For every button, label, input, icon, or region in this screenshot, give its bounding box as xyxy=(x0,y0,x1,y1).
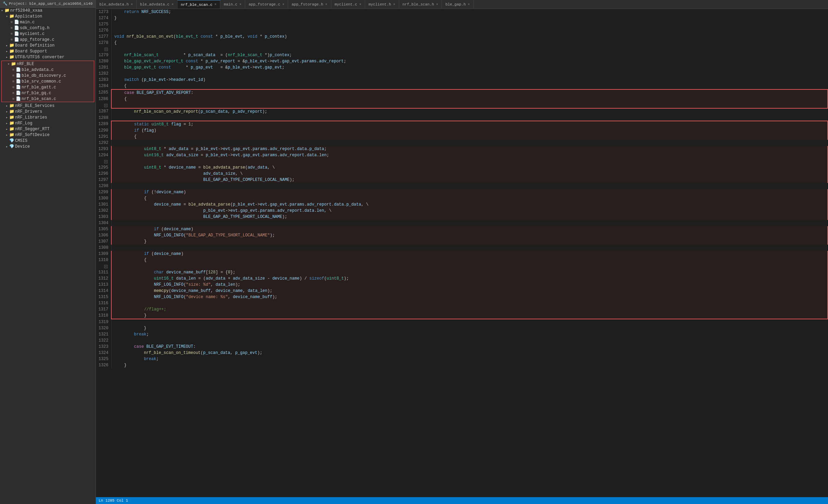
line-number: 1318 xyxy=(96,312,111,319)
line-content xyxy=(111,245,828,251)
sidebar-item-nrf_log[interactable]: ▸📁nRF_Log xyxy=(0,120,96,126)
sidebar-item-label: nRF_BLE xyxy=(17,62,34,66)
sidebar-item-root[interactable]: ▾📁nrf52840_xxaa xyxy=(0,8,96,13)
line-number: 1313 xyxy=(96,282,111,288)
sidebar-item-label: nRF_Drivers xyxy=(15,109,42,114)
line-content: } xyxy=(111,15,828,21)
table-row: 1299 if (!device_name) xyxy=(96,189,828,195)
sidebar-item-nrf_libraries[interactable]: ▸📁nRF_Libraries xyxy=(0,114,96,120)
tab-myclient_c[interactable]: myclient.c× xyxy=(331,0,365,9)
file-icon: 📄 xyxy=(15,73,21,78)
sidebar-item-utf8_converter[interactable]: ▸📁UTF8/UTF16 converter xyxy=(0,54,96,60)
line-number: 1311 xyxy=(96,269,111,275)
line-number: 1283 xyxy=(96,77,111,83)
sidebar-item-label: CMSIS xyxy=(15,138,27,143)
sidebar-item-ble_advdata_c[interactable]: ⊞📄ble_advdata.c xyxy=(2,67,94,73)
tab-close-button[interactable]: × xyxy=(172,3,174,7)
sidebar-item-nrf_drivers[interactable]: ▸📁nRF_Drivers xyxy=(0,109,96,114)
fold-icon[interactable]: - xyxy=(104,265,108,268)
tab-nrf_ble_scan_c[interactable]: nrf_ble_scan.c× xyxy=(177,0,220,9)
line-number: 1304 xyxy=(96,220,111,226)
sidebar-item-label: main.c xyxy=(20,20,35,25)
sidebar-item-label: nrf52840_xxaa xyxy=(10,8,42,13)
file-icon: 📄 xyxy=(15,90,21,96)
sidebar-item-label: nrf_ble_gq.c xyxy=(22,91,51,96)
tab-close-button[interactable]: × xyxy=(214,3,217,7)
tab-close-button[interactable]: × xyxy=(393,3,395,7)
sidebar-item-application[interactable]: ▾📁Application xyxy=(0,13,96,19)
file-icon: 📄 xyxy=(15,67,21,72)
sidebar-item-nrf_ble_services[interactable]: ▸📁nRF_BLE_Services xyxy=(0,103,96,109)
status-bar: Ln 1285 Col 1 xyxy=(96,497,828,504)
expand-icon: ⊞ xyxy=(11,74,15,77)
tab-nrf_ble_scan_h[interactable]: nrf_ble_scan.h× xyxy=(399,0,442,9)
tab-app_fstorage_c[interactable]: app_fstorage.c× xyxy=(245,0,288,9)
line-content: case BLE_GAP_EVT_ADV_REPORT: xyxy=(111,89,828,96)
status-text: Ln 1285 Col 1 xyxy=(99,499,128,503)
table-row: 1321 break; xyxy=(96,331,828,337)
sidebar-item-main_c[interactable]: ⊞📄main.c xyxy=(0,19,96,25)
line-number: 1275 xyxy=(96,21,111,27)
line-content: BLE_GAP_AD_TYPE_COMPLETE_LOCAL_NAME); xyxy=(111,177,828,183)
line-content: { xyxy=(111,83,828,89)
table-row: 1275 xyxy=(96,21,828,27)
tab-main_c[interactable]: main.c× xyxy=(220,0,245,9)
line-content: uint8_t * device_name = ble_advdata_pars… xyxy=(111,164,828,171)
line-content: return NRF_SUCCESS; xyxy=(111,9,828,15)
table-row: 1313 NRF_LOG_INFO("size: %d", data_len); xyxy=(96,282,828,288)
tab-close-button[interactable]: × xyxy=(359,3,361,7)
tab-myclient_h[interactable]: myclient.h× xyxy=(365,0,399,9)
tab-ble_advdata_h[interactable]: ble_advdata.h× xyxy=(96,0,137,9)
sidebar-item-ble_db_discovery_c[interactable]: ⊞📄ble_db_discovery.c xyxy=(2,73,94,78)
tab-close-button[interactable]: × xyxy=(325,3,328,7)
tree-arrow: ▸ xyxy=(5,110,9,114)
tab-close-button[interactable]: × xyxy=(282,3,284,7)
table-row: 1285 case BLE_GAP_EVT_ADV_REPORT: xyxy=(96,89,828,96)
fold-icon[interactable]: - xyxy=(104,160,108,163)
sidebar-item-nrf_ble_scan_c[interactable]: ⊞📄nrf_ble_scan.c xyxy=(2,96,94,102)
table-row: 1318 } xyxy=(96,312,828,319)
sidebar-item-nrf_ble_gq_c[interactable]: ⊞📄nrf_ble_gq.c xyxy=(2,90,94,96)
sidebar-item-device[interactable]: ▸💎Device xyxy=(0,144,96,149)
tab-close-button[interactable]: × xyxy=(436,3,438,7)
expand-icon: ⊞ xyxy=(11,97,15,101)
sidebar-item-nrf-ble[interactable]: ▾📁nRF_BLE xyxy=(2,61,94,67)
line-content: if (!device_name) xyxy=(111,189,828,195)
line-number: 1285 xyxy=(96,89,111,96)
tab-label: app_fstorage.c xyxy=(249,2,280,7)
expand-icon: ⊞ xyxy=(11,85,15,89)
sidebar-item-nrf_ble_gatt_c[interactable]: ⊞📄nrf_ble_gatt.c xyxy=(2,84,94,90)
sidebar-item-myclient[interactable]: ⊞📄myclient.c xyxy=(0,31,96,37)
sidebar-item-board_support[interactable]: ▸📁Board Support xyxy=(0,48,96,54)
tab-ble_advdata_c[interactable]: ble_advdata.c× xyxy=(137,0,177,9)
sidebar-item-ble_srv_common_c[interactable]: ⊞📄ble_srv_common.c xyxy=(2,78,94,84)
file-icon: 📄 xyxy=(15,79,21,84)
sidebar-item-nrf_segger[interactable]: ▸📁nRF_Segger_RTT xyxy=(0,126,96,132)
expand-icon: ⊞ xyxy=(11,68,15,72)
tab-app_fstorage_h[interactable]: app_fstorage.h× xyxy=(288,0,331,9)
line-content: nrf_ble_scan_on_timeout(p_scan_data, p_g… xyxy=(111,350,828,356)
sidebar-item-nrf_softdevice[interactable]: ▸📁nRF_SoftDevice xyxy=(0,132,96,138)
table-row: 1288 xyxy=(96,115,828,121)
table-row: 1325 break; xyxy=(96,356,828,362)
sidebar-item-app_fstorage[interactable]: ⊞📄app_fstorage.c xyxy=(0,37,96,42)
sidebar-item-label: sdk_config.h xyxy=(20,26,49,30)
sidebar-item-board_def[interactable]: ▸📁Board Definition xyxy=(0,42,96,48)
line-number: 1306 xyxy=(96,232,111,238)
line-number: 1298 xyxy=(96,183,111,189)
tab-close-button[interactable]: × xyxy=(131,3,133,7)
sidebar-item-label: Device xyxy=(15,144,30,149)
code-editor[interactable]: 1273 return NRF_SUCCESS;1274}12751276127… xyxy=(96,9,828,497)
fold-icon[interactable]: - xyxy=(104,48,108,51)
line-number: 1284 xyxy=(96,83,111,89)
table-row: 1291 { xyxy=(96,134,828,140)
line-number: 1312 xyxy=(96,275,111,282)
tab-close-button[interactable]: × xyxy=(468,3,470,7)
tab-ble_gap_h[interactable]: ble_gap.h× xyxy=(442,0,473,9)
fold-icon[interactable]: - xyxy=(104,104,108,107)
table-row: 1293 uint8_t * adv_data = p_ble_evt->evt… xyxy=(96,146,828,152)
tree-icon: 📄 xyxy=(14,37,19,42)
sidebar-item-sdk_config[interactable]: ⊞📄sdk_config.h xyxy=(0,25,96,31)
tab-close-button[interactable]: × xyxy=(239,3,242,7)
sidebar-item-cmsis[interactable]: 💎CMSIS xyxy=(0,138,96,144)
